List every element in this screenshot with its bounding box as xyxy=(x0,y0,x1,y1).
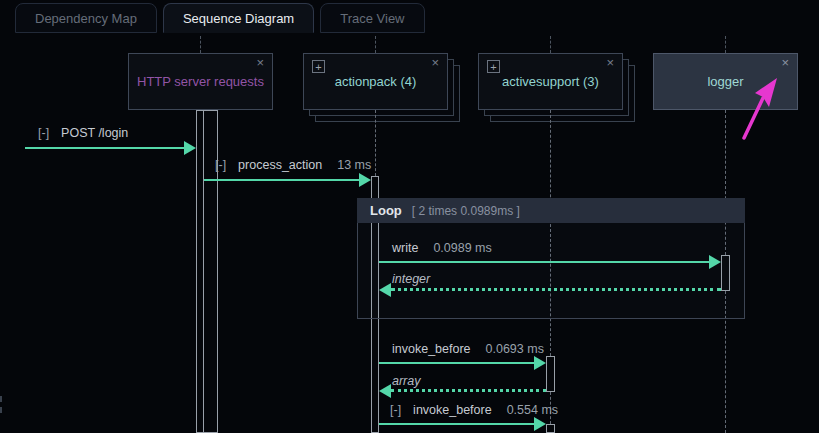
collapse-toggle[interactable]: [-] xyxy=(38,126,49,140)
participant-activesupport[interactable]: + × activesupport (3) xyxy=(478,53,623,110)
tab-bar: Dependency Map Sequence Diagram Trace Vi… xyxy=(0,0,819,33)
loop-fragment-header: Loop [ 2 times 0.0989ms ] xyxy=(357,198,745,223)
participant-http-server-requests[interactable]: × HTTP server requests xyxy=(128,53,273,110)
tab-trace-view[interactable]: Trace View xyxy=(320,3,424,33)
lifeline-stub xyxy=(375,36,376,53)
call-arrow xyxy=(204,179,359,181)
message-post-login: [-]POST /login xyxy=(38,126,128,140)
activation-bar-activesupport xyxy=(546,356,555,392)
message-label: integer xyxy=(392,272,430,286)
message-label: invoke_before xyxy=(413,403,492,417)
participant-label: actionpack (4) xyxy=(335,74,417,89)
return-message-array: array xyxy=(392,374,420,388)
sequence-diagram-app: Dependency Map Sequence Diagram Trace Vi… xyxy=(0,0,819,433)
message-label: process_action xyxy=(238,158,322,172)
tab-sequence-diagram[interactable]: Sequence Diagram xyxy=(163,3,314,33)
return-message-integer: integer xyxy=(392,272,430,286)
message-label: array xyxy=(392,374,420,388)
close-icon[interactable]: × xyxy=(431,55,439,70)
call-arrow xyxy=(25,147,184,149)
return-arrow xyxy=(391,389,546,392)
loop-fragment-body xyxy=(357,223,745,319)
lifeline-stub xyxy=(550,36,551,53)
participant-actionpack[interactable]: + × actionpack (4) xyxy=(303,53,448,110)
participant-label: logger xyxy=(707,74,743,89)
message-time: 0.554 ms xyxy=(507,403,558,417)
message-label: POST /login xyxy=(61,126,128,140)
call-arrow xyxy=(379,362,534,364)
close-icon[interactable]: × xyxy=(606,55,614,70)
return-arrow xyxy=(391,288,721,291)
message-process-action: [-]process_action13 ms xyxy=(215,158,371,172)
close-icon[interactable]: × xyxy=(256,55,264,70)
collapse-toggle[interactable]: [-] xyxy=(390,403,401,417)
expand-icon[interactable]: + xyxy=(312,60,325,73)
message-invoke-before: invoke_before0.0693 ms xyxy=(392,342,544,356)
message-label: write xyxy=(392,241,418,255)
edge-lifeline-fragment xyxy=(0,396,2,413)
activation-bar-activesupport xyxy=(546,424,555,433)
message-time: 0.0989 ms xyxy=(433,241,491,255)
message-invoke-before-2: [-]invoke_before0.554 ms xyxy=(390,403,558,417)
message-write: write0.0989 ms xyxy=(392,241,492,255)
participant-label: HTTP server requests xyxy=(137,74,264,89)
lifeline-actionpack xyxy=(375,110,376,176)
expand-icon[interactable]: + xyxy=(487,60,500,73)
message-time: 0.0693 ms xyxy=(486,342,544,356)
participant-label: activesupport (3) xyxy=(502,74,599,89)
call-arrow xyxy=(379,261,709,263)
message-label: invoke_before xyxy=(392,342,471,356)
close-icon[interactable]: × xyxy=(781,55,789,70)
collapse-toggle[interactable]: [-] xyxy=(215,158,226,172)
call-arrow xyxy=(379,423,534,425)
participant-logger[interactable]: × logger xyxy=(653,53,798,110)
message-time: 13 ms xyxy=(337,158,371,172)
lifeline-stub xyxy=(200,36,201,53)
lifeline-stub xyxy=(725,36,726,53)
loop-detail: [ 2 times 0.0989ms ] xyxy=(412,204,520,218)
loop-title: Loop xyxy=(370,203,402,218)
tab-dependency-map[interactable]: Dependency Map xyxy=(15,3,157,33)
